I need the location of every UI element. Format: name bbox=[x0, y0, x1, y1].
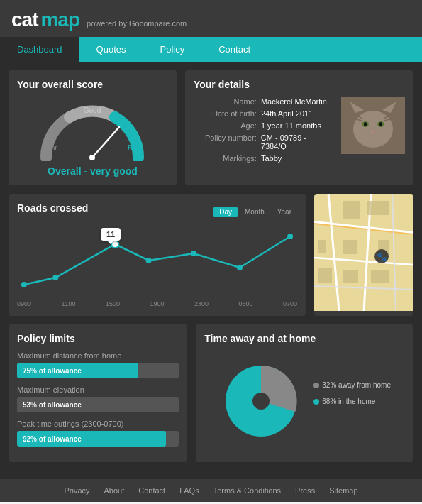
time-away-title: Time away and at home bbox=[204, 333, 405, 344]
svg-text:Best: Best bbox=[128, 144, 142, 152]
bar-elevation: Maximum elevation 53% of allowance bbox=[17, 385, 179, 412]
value-age: 1 year 11 months bbox=[261, 121, 321, 130]
header: catmap powered by Gocompare.com bbox=[0, 0, 422, 37]
chart-axis: 0900 1100 1500 1900 2300 0300 0700 bbox=[17, 300, 297, 307]
footer-privacy[interactable]: Privacy bbox=[64, 486, 89, 495]
svg-point-12 bbox=[379, 122, 382, 126]
pie-labels: 32% away from home 68% in the home bbox=[313, 381, 391, 414]
footer-press[interactable]: Press bbox=[295, 486, 315, 495]
axis-1100: 1100 bbox=[61, 300, 75, 307]
toggle-month[interactable]: Month bbox=[239, 207, 270, 217]
score-card: Your overall score Poor Good bbox=[9, 70, 177, 185]
nav-policy[interactable]: Policy bbox=[143, 37, 202, 62]
bar-elevation-track: 53% of allowance bbox=[17, 397, 179, 412]
axis-1900: 1900 bbox=[150, 300, 164, 307]
pie-text-away: 32% away from home bbox=[322, 381, 391, 389]
bar-peak-track: 92% of allowance bbox=[17, 431, 179, 447]
chart-tooltip: 11 bbox=[101, 228, 121, 241]
chart-header: Roads crossed Day Month Year bbox=[17, 202, 297, 221]
logo: catmap powered by Gocompare.com bbox=[11, 9, 411, 31]
bar-distance: Maximum distance from home 75% of allowa… bbox=[17, 351, 179, 378]
logo-cat-text: cat bbox=[11, 9, 38, 31]
value-name: Mackerel McMartin bbox=[261, 97, 327, 106]
bar-peak-fill: 92% of allowance bbox=[17, 431, 166, 447]
nav-dashboard[interactable]: Dashboard bbox=[0, 37, 79, 62]
chart-area: 11 bbox=[17, 226, 297, 297]
cat-photo bbox=[341, 97, 405, 154]
details-title: Your details bbox=[194, 79, 405, 90]
details-table: Name: Mackerel McMartin Date of birth: 2… bbox=[194, 97, 334, 166]
value-policy: CM - 09789 - 7384/Q bbox=[261, 133, 334, 150]
bar-distance-track: 75% of allowance bbox=[17, 363, 179, 378]
nav-quotes[interactable]: Quotes bbox=[79, 37, 143, 62]
line-chart-svg bbox=[17, 226, 297, 297]
label-markings: Markings: bbox=[194, 154, 261, 163]
label-dob: Date of birth: bbox=[194, 109, 261, 118]
label-name: Name: bbox=[194, 97, 261, 106]
axis-2300: 2300 bbox=[194, 300, 209, 307]
axis-0300: 0300 bbox=[238, 300, 252, 307]
cat-image-svg bbox=[341, 97, 405, 154]
map-svg: 🐾 bbox=[314, 194, 413, 311]
details-row-age: Age: 1 year 11 months bbox=[194, 121, 334, 130]
pie-dot-away bbox=[313, 383, 319, 388]
nav-contact[interactable]: Contact bbox=[201, 37, 267, 62]
svg-rect-38 bbox=[318, 268, 332, 283]
axis-0900: 0900 bbox=[17, 300, 31, 307]
logo-map-text: map bbox=[40, 9, 79, 31]
footer-faqs[interactable]: FAQs bbox=[179, 486, 199, 495]
svg-rect-40 bbox=[371, 270, 389, 283]
bar-elevation-label: Maximum elevation bbox=[17, 385, 179, 394]
pie-chart bbox=[218, 358, 304, 444]
chart-card: Roads crossed Day Month Year bbox=[9, 194, 306, 316]
svg-point-23 bbox=[237, 265, 243, 270]
bar-distance-label: Maximum distance from home bbox=[17, 351, 179, 360]
svg-point-21 bbox=[146, 258, 152, 263]
details-inner: Name: Mackerel McMartin Date of birth: 2… bbox=[194, 97, 405, 166]
footer-about[interactable]: About bbox=[104, 486, 125, 495]
pie-label-away: 32% away from home bbox=[313, 381, 391, 389]
pie-label-home: 68% in the home bbox=[313, 398, 391, 405]
svg-point-19 bbox=[52, 275, 58, 280]
svg-point-18 bbox=[21, 282, 27, 287]
details-card: Your details Name: Mackerel McMartin Dat… bbox=[185, 70, 413, 185]
chart-row: Roads crossed Day Month Year bbox=[9, 194, 413, 316]
bar-peak-label: Peak time outings (2300-0700) bbox=[17, 420, 179, 428]
svg-text:Good: Good bbox=[84, 106, 101, 114]
label-policy: Policy number: bbox=[194, 133, 261, 150]
map-panel: 🐾 bbox=[314, 194, 413, 316]
svg-line-0 bbox=[92, 127, 119, 158]
gauge-svg: Poor Good Best bbox=[35, 97, 149, 161]
svg-text:🐾: 🐾 bbox=[377, 251, 387, 262]
pie-text-home: 68% in the home bbox=[322, 398, 375, 405]
overall-label: Overall - very good bbox=[17, 165, 168, 177]
footer-nav: Privacy About Contact FAQs Terms & Condi… bbox=[0, 479, 422, 502]
footer-terms[interactable]: Terms & Conditions bbox=[213, 486, 281, 495]
axis-0700: 0700 bbox=[283, 300, 297, 307]
svg-point-6 bbox=[353, 111, 393, 148]
toggle-day[interactable]: Day bbox=[213, 207, 238, 217]
details-row-dob: Date of birth: 24th April 2011 bbox=[194, 109, 334, 118]
svg-text:Poor: Poor bbox=[43, 144, 58, 152]
pie-dot-home bbox=[313, 399, 319, 405]
tooltip-value: 11 bbox=[106, 230, 115, 239]
footer-sitemap[interactable]: Sitemap bbox=[329, 486, 357, 495]
svg-point-22 bbox=[191, 251, 196, 256]
svg-rect-33 bbox=[343, 201, 360, 219]
value-dob: 24th April 2011 bbox=[261, 109, 313, 118]
bar-peak: Peak time outings (2300-0700) 92% of all… bbox=[17, 420, 179, 447]
bar-elevation-fill: 53% of allowance bbox=[17, 397, 103, 412]
toggle-year[interactable]: Year bbox=[272, 207, 297, 217]
details-row-name: Name: Mackerel McMartin bbox=[194, 97, 334, 106]
svg-point-44 bbox=[252, 393, 270, 410]
details-row-policy: Policy number: CM - 09789 - 7384/Q bbox=[194, 133, 334, 150]
svg-point-1 bbox=[89, 155, 95, 160]
time-away-card: Time away and at home bbox=[196, 324, 413, 462]
bottom-row: Policy limits Maximum distance from home… bbox=[9, 324, 413, 462]
score-title: Your overall score bbox=[17, 79, 168, 90]
top-row: Your overall score Poor Good bbox=[9, 70, 413, 185]
svg-point-24 bbox=[287, 234, 293, 239]
details-row-markings: Markings: Tabby bbox=[194, 154, 334, 163]
footer-contact[interactable]: Contact bbox=[138, 486, 165, 495]
navigation: Dashboard Quotes Policy Contact bbox=[0, 37, 422, 62]
